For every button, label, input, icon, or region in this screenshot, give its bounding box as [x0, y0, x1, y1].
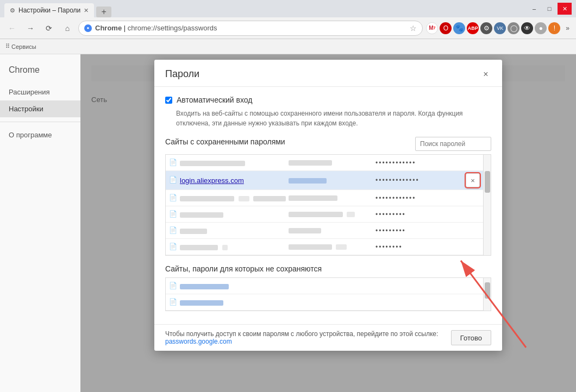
home-button[interactable]: ⌂: [60, 21, 75, 36]
bookmark-icon[interactable]: ☆: [410, 24, 417, 33]
address-separator: |: [124, 24, 128, 32]
table-row: 📄 ••••••••: [166, 239, 483, 255]
footer-text: Чтобы получить доступ к своим паролям с …: [165, 330, 451, 345]
site-cell: [180, 194, 289, 202]
username-cell: [289, 227, 375, 235]
dark-icon[interactable]: ⚙: [480, 22, 492, 34]
vk-icon[interactable]: VK: [494, 22, 506, 34]
table-scrollbar[interactable]: [483, 155, 491, 255]
apps-grid-icon: ⠿: [5, 43, 10, 50]
file-icon: 📄: [169, 194, 178, 203]
content-area: Пароли × Автоматический вход Входить на …: [80, 54, 576, 392]
file-icon: 📄: [169, 243, 178, 251]
window-controls: – □ ✕: [527, 3, 572, 15]
auto-login-checkbox[interactable]: [165, 97, 172, 104]
reload-button[interactable]: ⟳: [41, 21, 57, 36]
opera-icon[interactable]: O: [440, 22, 452, 34]
services-label: Сервисы: [11, 43, 36, 50]
site-cell: [180, 159, 289, 167]
browser-window: ⚙ Настройки – Пароли ✕ + – □ ✕ ← → ⟳ ⌂ ●…: [0, 0, 576, 392]
passwords-link[interactable]: passwords.google.com: [165, 338, 232, 345]
modal-close-button[interactable]: ×: [480, 69, 491, 80]
password-search-input[interactable]: [415, 137, 491, 151]
password-cell: ••••••••••••: [375, 194, 466, 202]
delete-password-button[interactable]: ×: [466, 173, 480, 187]
file-icon: 📄: [169, 282, 178, 290]
table-row: 📄 •••••••••: [166, 223, 483, 239]
no-save-heading: Сайты, пароли для которых не сохраняются: [165, 264, 491, 273]
modal-overlay: Пароли × Автоматический вход Входить на …: [80, 54, 576, 392]
sidebar-title: Chrome: [0, 65, 80, 84]
modal-footer: Чтобы получить доступ к своим паролям с …: [154, 324, 502, 351]
tab-close-icon[interactable]: ✕: [84, 7, 89, 14]
back-button[interactable]: ←: [4, 21, 20, 36]
sidebar-item-about[interactable]: О программе: [0, 127, 80, 143]
passwords-modal: Пароли × Автоматический вход Входить на …: [154, 60, 502, 351]
password-cell: •••••••••: [375, 211, 466, 218]
tab-bar: ⚙ Настройки – Пароли ✕ +: [4, 0, 527, 17]
file-icon: 📄: [169, 226, 178, 235]
orange-icon[interactable]: !: [548, 22, 560, 34]
eye-icon[interactable]: 👁: [521, 22, 533, 34]
close-button[interactable]: ✕: [558, 3, 572, 15]
auto-login-desc: Входить на веб-сайты с помощью сохраненн…: [176, 109, 491, 128]
sidebar-item-settings[interactable]: Настройки: [0, 100, 80, 117]
table-row: 📄 ••••••••••••: [166, 155, 483, 171]
auto-login-label: Автоматический вход: [177, 96, 253, 104]
address-brand: Chrome: [95, 24, 122, 32]
delete-icon: ×: [471, 176, 475, 185]
sidebar-item-extensions[interactable]: Расширения: [0, 84, 80, 100]
file-icon: 📄: [169, 298, 178, 307]
restore-button[interactable]: □: [542, 3, 556, 15]
sidebar-divider: [0, 122, 80, 122]
username-cell: [289, 211, 375, 218]
password-cell: ••••••••••••: [375, 159, 466, 167]
bookmarks-apps-icon: ⠿ Сервисы: [5, 43, 36, 50]
forward-button[interactable]: →: [23, 21, 38, 36]
circle-icon[interactable]: ●: [535, 22, 547, 34]
username-cell: [289, 243, 375, 251]
password-cell: ••••••••: [375, 243, 466, 251]
no-save-table: 📄 📄: [165, 277, 491, 311]
paw-icon[interactable]: 🐾: [453, 22, 465, 34]
site-security-icon: ●: [84, 24, 92, 32]
sidebar: Chrome Расширения Настройки О программе: [0, 54, 80, 392]
nav-bar: ← → ⟳ ⌂ ● Chrome | chrome://settings/pas…: [0, 17, 576, 39]
modal-title: Пароли: [165, 68, 199, 80]
abp-icon[interactable]: ABP: [467, 22, 479, 34]
more-toolbar-button[interactable]: »: [564, 23, 572, 33]
username-cell: [289, 194, 375, 202]
done-button[interactable]: Готово: [451, 330, 491, 345]
site-cell: [180, 226, 289, 235]
username-cell: [289, 159, 375, 167]
site-cell: [180, 298, 289, 306]
toolbar-icons: M7 O 🐾 ABP ⚙ VK ◯ 👁 ● !: [426, 22, 560, 34]
no-save-scrollbar[interactable]: [483, 278, 491, 311]
address-bar[interactable]: ● Chrome | chrome://settings/passwords ☆: [78, 21, 423, 36]
address-text: Chrome | chrome://settings/passwords: [95, 24, 217, 32]
site-cell[interactable]: login.aliexpress.com: [180, 176, 289, 185]
new-tab-button[interactable]: +: [96, 7, 111, 17]
site-cell: [180, 282, 289, 290]
no-save-scrollbar-thumb[interactable]: [485, 282, 490, 299]
scrollbar-thumb[interactable]: [485, 171, 490, 193]
address-url: chrome://settings/passwords: [128, 24, 217, 32]
table-row: 📄 login.aliexpress.com ••••••••••••• ×: [166, 171, 483, 190]
username-cell: [289, 176, 375, 184]
saved-section-heading: Сайты с сохраненными паролями: [165, 137, 285, 146]
gray-icon[interactable]: ◯: [508, 22, 519, 34]
active-tab[interactable]: ⚙ Настройки – Пароли ✕: [4, 3, 94, 17]
title-bar: ⚙ Настройки – Пароли ✕ + – □ ✕: [0, 0, 576, 17]
file-icon: 📄: [169, 210, 178, 219]
table-row: 📄 •••••••••: [166, 206, 483, 223]
tab-settings-icon: ⚙: [10, 7, 15, 14]
minimize-button[interactable]: –: [527, 3, 541, 15]
table-row: 📄: [166, 278, 483, 294]
site-cell: [180, 210, 289, 218]
file-icon: 📄: [169, 159, 178, 167]
table-row: 📄 ••••••••••••: [166, 190, 483, 206]
gmail-icon[interactable]: M7: [426, 22, 438, 34]
password-table-container: 📄 ••••••••••••: [165, 154, 491, 256]
password-cell: •••••••••••••: [375, 176, 466, 184]
tab-label: Настройки – Пароли: [18, 7, 80, 14]
